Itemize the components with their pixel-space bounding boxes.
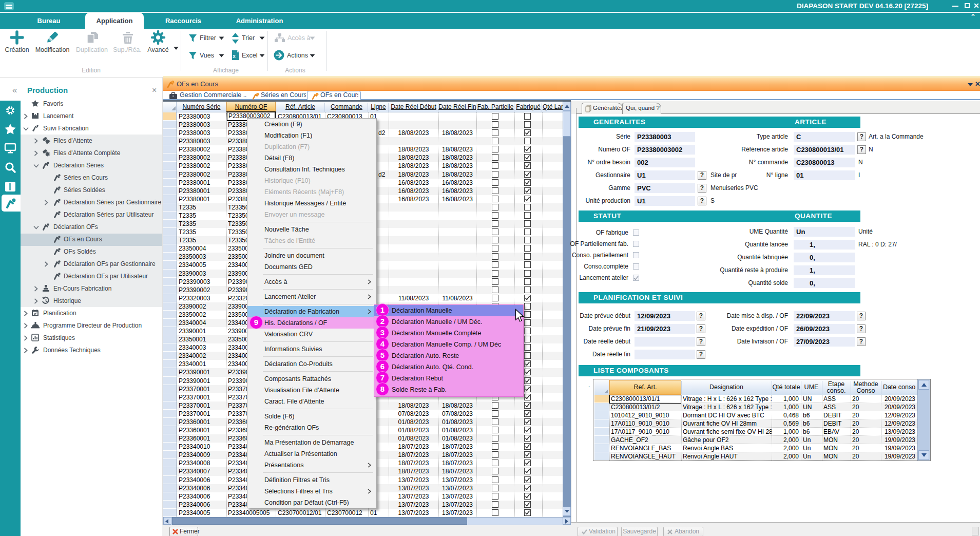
svg-text:x: x	[233, 53, 236, 59]
